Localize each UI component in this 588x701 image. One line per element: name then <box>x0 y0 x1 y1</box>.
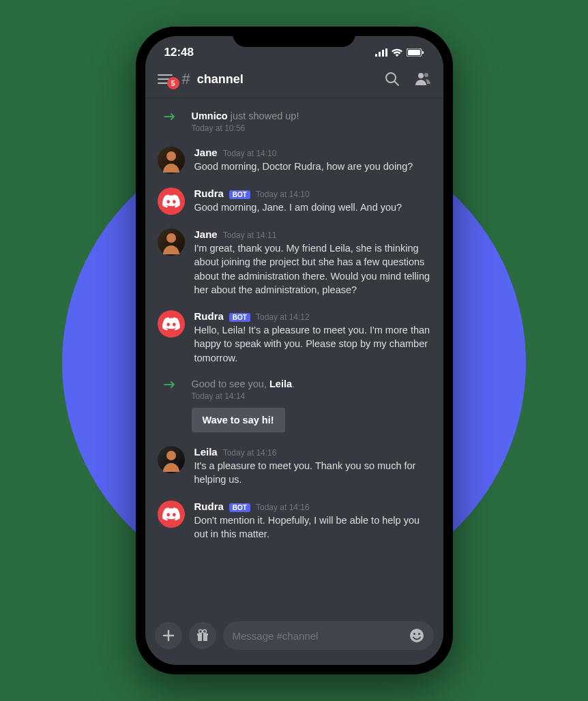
svg-rect-2 <box>422 51 424 54</box>
wifi-icon <box>392 48 402 57</box>
plus-icon <box>162 629 175 642</box>
arrow-icon <box>158 110 182 121</box>
message-text: Good morning, Jane. I am doing well. And… <box>194 200 431 214</box>
menu-button[interactable]: 5 <box>158 74 173 85</box>
phone-frame: 12:48 5 # channel Umnico just showed up!… <box>136 27 453 674</box>
system-text: Good to see you, <box>192 378 269 389</box>
message-composer <box>145 613 443 665</box>
members-icon[interactable] <box>415 72 431 85</box>
message-author[interactable]: Rudra <box>194 310 224 322</box>
avatar[interactable] <box>158 310 185 338</box>
bot-tag: BOT <box>229 190 250 199</box>
svg-point-14 <box>410 629 424 642</box>
system-highlight: Leila <box>269 378 292 389</box>
message-text: I'm great, thank you. My friend Leila, s… <box>194 241 431 297</box>
bot-tag: BOT <box>229 313 250 322</box>
screen: 12:48 5 # channel Umnico just showed up!… <box>145 36 443 665</box>
cellular-icon <box>375 48 387 57</box>
emoji-icon[interactable] <box>409 628 424 643</box>
system-message: Good to see you, Leila.Today at 14:14Wav… <box>155 372 434 439</box>
svg-point-5 <box>424 73 428 77</box>
status-icons <box>375 48 424 57</box>
message-author[interactable]: Leila <box>194 446 218 458</box>
message-author[interactable]: Jane <box>194 147 218 158</box>
message-author[interactable]: Rudra <box>194 501 224 512</box>
chat-message: LeilaToday at 14:16It's a pleasure to me… <box>155 439 434 494</box>
message-text: Don't mention it. Hopefully, I will be a… <box>194 513 431 541</box>
chat-message: RudraBOTToday at 14:10Good morning, Jane… <box>155 181 434 222</box>
message-input-wrapper[interactable] <box>223 621 434 650</box>
hash-icon: # <box>182 70 190 88</box>
svg-point-4 <box>418 73 424 78</box>
message-timestamp: Today at 14:16 <box>223 448 277 458</box>
avatar[interactable] <box>158 501 185 528</box>
message-timestamp: Today at 14:11 <box>223 230 277 240</box>
message-text: It's a pleasure to meet you. Thank you s… <box>194 459 431 487</box>
gift-icon <box>196 629 209 642</box>
wave-button[interactable]: Wave to say hi! <box>192 408 285 432</box>
svg-point-6 <box>166 151 176 161</box>
arrow-icon <box>158 378 182 389</box>
notification-badge: 5 <box>167 77 179 89</box>
message-timestamp: Today at 14:16 <box>256 503 310 512</box>
message-author[interactable]: Jane <box>194 228 218 240</box>
message-timestamp: Today at 14:12 <box>256 312 310 322</box>
avatar[interactable] <box>158 228 185 256</box>
search-icon[interactable] <box>385 72 400 87</box>
svg-point-12 <box>199 630 202 633</box>
add-attachment-button[interactable] <box>155 622 182 649</box>
chat-message: RudraBOTToday at 14:16Don't mention it. … <box>155 494 434 548</box>
avatar[interactable] <box>158 446 185 473</box>
svg-rect-1 <box>408 50 420 55</box>
avatar[interactable] <box>158 147 185 174</box>
message-author[interactable]: Rudra <box>194 188 224 199</box>
message-timestamp: Today at 14:10 <box>223 149 277 158</box>
message-input[interactable] <box>233 630 409 642</box>
system-message: Umnico just showed up!Today at 10:56 <box>155 104 434 140</box>
chat-message: JaneToday at 14:10Good morning, Doctor R… <box>155 140 434 181</box>
chat-message: RudraBOTToday at 14:12Hello, Leila! It's… <box>155 303 434 372</box>
svg-rect-11 <box>202 633 203 641</box>
message-timestamp: Today at 14:14 <box>192 391 431 401</box>
status-bar: 12:48 <box>145 36 443 62</box>
message-text: Hello, Leila! It's a pleasure to meet yo… <box>194 323 431 365</box>
message-list[interactable]: Umnico just showed up!Today at 10:56Jane… <box>145 98 443 613</box>
chat-message: JaneToday at 14:11I'm great, thank you. … <box>155 222 434 303</box>
bot-tag: BOT <box>229 503 250 512</box>
message-text: Good morning, Doctor Rudra, how are you … <box>194 160 431 173</box>
svg-point-16 <box>418 633 420 635</box>
svg-point-15 <box>413 633 415 635</box>
message-timestamp: Today at 10:56 <box>192 123 431 133</box>
system-highlight: Umnico <box>192 110 228 121</box>
channel-title[interactable]: # channel <box>182 70 375 88</box>
svg-point-8 <box>166 451 176 460</box>
battery-icon <box>407 48 424 57</box>
svg-point-7 <box>166 233 176 243</box>
gift-button[interactable] <box>189 622 216 649</box>
avatar[interactable] <box>158 188 185 215</box>
channel-header: 5 # channel <box>145 62 443 98</box>
channel-name-text: channel <box>197 72 244 87</box>
status-time: 12:48 <box>164 46 194 59</box>
message-timestamp: Today at 14:10 <box>256 190 310 199</box>
svg-point-13 <box>203 630 206 633</box>
